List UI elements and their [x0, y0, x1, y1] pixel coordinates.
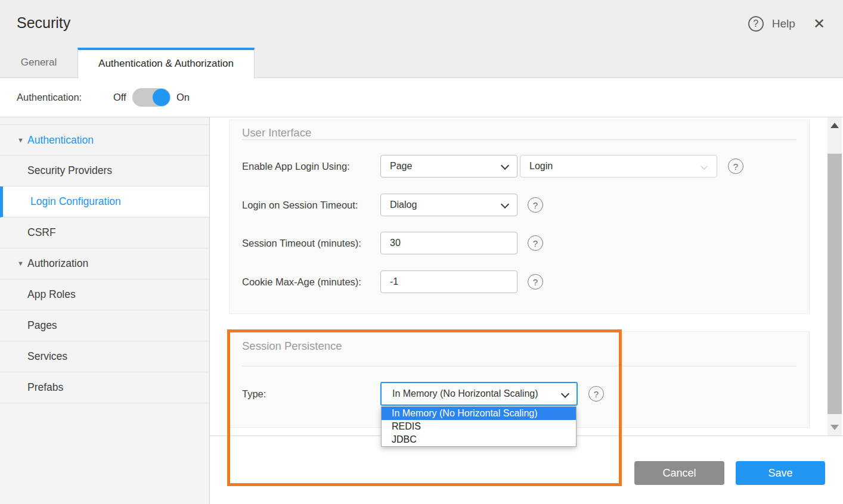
- header-actions: ? Help ✕: [748, 0, 825, 48]
- sidebar-section-authentication[interactable]: ▼ Authentication: [0, 125, 209, 155]
- help-icon[interactable]: ?: [528, 235, 543, 251]
- question-mark-glyph: ?: [753, 18, 758, 29]
- authentication-label: Authentication:: [17, 78, 82, 117]
- field-label: Enable App Login Using:: [242, 155, 376, 178]
- help-link[interactable]: Help: [772, 17, 795, 30]
- toggle-knob: [153, 89, 170, 106]
- triangle-down-icon: ▼: [17, 125, 24, 155]
- help-icon[interactable]: ?: [728, 158, 743, 174]
- panel-title: User Interface: [242, 126, 311, 139]
- save-button[interactable]: Save: [736, 461, 825, 485]
- select-value: Login: [529, 161, 553, 171]
- select-value: Dialog: [390, 200, 417, 210]
- security-dialog: Security ? Help ✕ General Authentication…: [0, 0, 843, 504]
- sidebar-item-prefabs[interactable]: Prefabs: [0, 372, 209, 403]
- authentication-toggle[interactable]: [132, 88, 171, 107]
- sidebar-item-services[interactable]: Services: [0, 341, 209, 372]
- question-mark-glyph: ?: [733, 161, 738, 172]
- enable-app-login-select[interactable]: Page: [380, 155, 517, 178]
- field-label: Type:: [242, 382, 376, 406]
- sidebar-section-label: Authentication: [27, 125, 94, 155]
- settings-sidebar: ▼ Authentication Security Providers Logi…: [0, 117, 210, 504]
- sidebar-item-security-providers[interactable]: Security Providers: [0, 155, 209, 186]
- field-label: Session Timeout (minutes):: [242, 232, 376, 254]
- divider: [242, 366, 796, 366]
- sidebar-item-label: Prefabs: [27, 372, 63, 403]
- sidebar-item-csrf[interactable]: CSRF: [0, 217, 209, 248]
- close-icon[interactable]: ✕: [813, 17, 825, 31]
- cookie-max-age-input[interactable]: [390, 271, 517, 293]
- chevron-down-icon: [501, 200, 509, 209]
- toggle-on-label: On: [176, 78, 190, 117]
- scroll-up-arrow-icon[interactable]: [830, 123, 839, 128]
- select-value: In Memory (No Horizontal Scaling): [392, 388, 538, 399]
- dropdown-option-redis[interactable]: REDIS: [382, 420, 576, 433]
- help-icon[interactable]: ?: [528, 197, 543, 213]
- sidebar-item-pages[interactable]: Pages: [0, 310, 209, 341]
- sidebar-item-label: Services: [27, 341, 67, 372]
- sidebar-item-label: Login Configuration: [30, 186, 121, 217]
- toggle-off-label: Off: [113, 78, 126, 117]
- triangle-down-icon: ▼: [17, 248, 24, 279]
- scroll-down-arrow-icon[interactable]: [830, 425, 839, 430]
- session-timeout-field-wrap: [380, 232, 517, 254]
- chevron-down-icon: [701, 163, 707, 169]
- cookie-max-age-field-wrap: [380, 270, 517, 293]
- page-title: Security: [17, 14, 70, 32]
- sidebar-item-app-roles[interactable]: App Roles: [0, 279, 209, 310]
- user-interface-panel: User Interface Enable App Login Using: P…: [229, 120, 810, 314]
- help-icon[interactable]: ?: [528, 274, 543, 290]
- type-dropdown-listbox: In Memory (No Horizontal Scaling) REDIS …: [381, 406, 577, 447]
- tab-general[interactable]: General: [0, 48, 78, 77]
- session-timeout-input[interactable]: [390, 232, 517, 254]
- chevron-down-icon: [561, 390, 569, 398]
- sidebar-section-authorization[interactable]: ▼ Authorization: [0, 248, 209, 279]
- field-label: Cookie Max-Age (minutes):: [242, 270, 376, 293]
- sidebar-item-label: App Roles: [27, 279, 76, 310]
- dropdown-option-jdbc[interactable]: JDBC: [382, 433, 576, 446]
- sidebar-item-label: Pages: [27, 310, 57, 341]
- vertical-scrollbar[interactable]: [827, 117, 842, 435]
- authentication-toggle-row: [0, 78, 843, 117]
- panel-title: Session Persistence: [242, 340, 342, 353]
- sidebar-item-label: Security Providers: [27, 155, 112, 186]
- sidebar-section-label: Authorization: [27, 248, 88, 279]
- sidebar-item-login-configuration[interactable]: Login Configuration: [0, 186, 209, 217]
- question-mark-glyph: ?: [533, 238, 538, 248]
- dialog-header: Security ? Help ✕: [0, 0, 843, 48]
- select-value: Page: [390, 161, 412, 171]
- tab-authentication-authorization[interactable]: Authentication & Authorization: [78, 48, 255, 79]
- session-persistence-type-select[interactable]: In Memory (No Horizontal Scaling): [380, 382, 578, 406]
- divider: [242, 139, 796, 140]
- login-page-select[interactable]: Login: [520, 155, 717, 178]
- dropdown-option-in-memory[interactable]: In Memory (No Horizontal Scaling): [382, 407, 576, 420]
- login-on-session-timeout-select[interactable]: Dialog: [380, 194, 517, 216]
- help-icon[interactable]: ?: [748, 16, 764, 32]
- question-mark-glyph: ?: [594, 389, 599, 399]
- field-label: Login on Session Timeout:: [242, 194, 376, 216]
- question-mark-glyph: ?: [533, 277, 538, 287]
- question-mark-glyph: ?: [533, 200, 538, 210]
- scrollbar-thumb[interactable]: [827, 154, 842, 414]
- cancel-button[interactable]: Cancel: [634, 461, 724, 485]
- sidebar-item-label: CSRF: [27, 217, 56, 248]
- chevron-down-icon: [501, 161, 509, 170]
- help-icon[interactable]: ?: [588, 386, 604, 402]
